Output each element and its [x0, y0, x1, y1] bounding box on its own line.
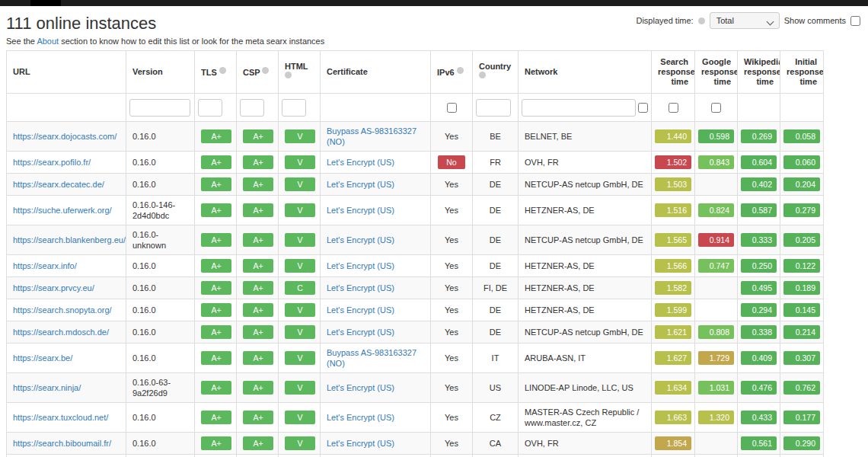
url-link[interactable]: https://searx.prvcy.eu/	[13, 283, 94, 292]
csp-grade-badge[interactable]: A+	[243, 303, 273, 317]
response-time-badge: 1.440	[655, 129, 691, 143]
table-header-row: URLVersionTLS CSP HTML CertificateIPv6 C…	[7, 51, 824, 94]
url-link[interactable]: https://searx.info/	[13, 261, 77, 270]
csp-grade-badge[interactable]: A+	[243, 381, 273, 395]
tls-grade-badge[interactable]: A+	[201, 203, 231, 217]
filter-input-version[interactable]	[129, 99, 190, 117]
ipv6-cell: Yes	[431, 321, 473, 344]
filter-cell-wikipedia-response-time	[738, 94, 780, 122]
column-header-url: URL	[7, 51, 126, 94]
url-link[interactable]: https://search.biboumail.fr/	[13, 439, 111, 448]
filter-input-country[interactable]	[476, 99, 511, 117]
csp-grade-badge[interactable]: A+	[243, 411, 273, 424]
url-link[interactable]: https://searx.pofilo.fr/	[13, 158, 91, 167]
filter-checkbox-network[interactable]	[638, 103, 648, 113]
column-header-google-response-time: Google response time	[695, 51, 738, 94]
filter-cell-google-response-time	[695, 94, 738, 122]
url-link[interactable]: https://suche.uferwerk.org/	[13, 206, 112, 215]
info-icon[interactable]	[457, 67, 464, 74]
url-link[interactable]: https://searx.be/	[13, 353, 72, 363]
version-cell: 0.16.0	[126, 174, 195, 196]
html-grade-badge[interactable]: V	[285, 129, 315, 143]
csp-grade-badge[interactable]: A+	[243, 203, 273, 217]
column-header-csp: CSP	[237, 51, 279, 94]
url-link[interactable]: https://searx.decatec.de/	[13, 180, 104, 189]
html-grade-badge[interactable]: V	[285, 436, 315, 450]
csp-grade-badge[interactable]: A+	[243, 351, 273, 365]
tls-grade-badge[interactable]: A+	[201, 436, 231, 450]
html-grade-badge[interactable]: V	[285, 155, 315, 169]
show-comments-checkbox[interactable]	[850, 16, 860, 26]
html-cell: V	[279, 433, 321, 455]
filter-checkbox-ipv6[interactable]	[447, 103, 457, 113]
certificate-link[interactable]: Let's Encrypt (US)	[327, 283, 394, 292]
html-grade-badge[interactable]: V	[285, 411, 315, 424]
html-grade-badge[interactable]: V	[285, 203, 315, 217]
tls-grade-badge[interactable]: A+	[201, 281, 231, 295]
filter-checkbox-google-response-time[interactable]	[711, 103, 721, 113]
url-link[interactable]: https://search.blankenberg.eu/	[13, 235, 126, 244]
csp-grade-badge[interactable]: A+	[243, 177, 273, 191]
filter-checkbox-search-response-time[interactable]	[669, 103, 678, 113]
certificate-link[interactable]: Let's Encrypt (US)	[327, 180, 394, 189]
info-icon[interactable]	[219, 67, 226, 74]
info-icon[interactable]	[285, 72, 292, 78]
html-grade-badge[interactable]: V	[285, 177, 315, 191]
certificate-link[interactable]: Let's Encrypt (US)	[327, 235, 394, 244]
filter-cell-html	[279, 94, 321, 122]
version-cell: 0.16.0	[126, 433, 195, 455]
url-link[interactable]: https://searx.dojocasts.com/	[13, 132, 116, 141]
html-grade-badge[interactable]: V	[285, 381, 315, 395]
column-header-country: Country	[473, 51, 519, 94]
about-link[interactable]: About	[37, 37, 59, 46]
html-grade-badge[interactable]: V	[285, 259, 315, 273]
tls-grade-badge[interactable]: A+	[201, 325, 231, 339]
displayed-time-select[interactable]: Total	[710, 12, 780, 29]
csp-grade-badge[interactable]: A+	[243, 325, 273, 339]
url-link[interactable]: https://search.mdosch.de/	[13, 328, 109, 337]
html-grade-badge[interactable]: C	[285, 281, 315, 295]
certificate-link[interactable]: Let's Encrypt (US)	[327, 328, 394, 337]
tls-grade-badge[interactable]: A+	[201, 259, 231, 273]
displayed-time-label: Displayed time:	[636, 16, 693, 25]
certificate-link[interactable]: Buypass AS-983163327 (NO)	[327, 348, 416, 368]
tls-grade-badge[interactable]: A+	[201, 233, 231, 247]
certificate-link[interactable]: Let's Encrypt (US)	[327, 261, 394, 270]
html-grade-badge[interactable]: V	[285, 325, 315, 339]
tls-grade-badge[interactable]: A+	[201, 155, 231, 169]
csp-grade-badge[interactable]: A+	[243, 129, 273, 143]
csp-grade-badge[interactable]: A+	[243, 259, 273, 273]
html-grade-badge[interactable]: V	[285, 233, 315, 247]
url-link[interactable]: https://searx.ninja/	[13, 383, 81, 392]
filter-input-html[interactable]	[282, 99, 306, 117]
filter-input-network[interactable]	[522, 99, 636, 117]
certificate-link[interactable]: Let's Encrypt (US)	[327, 439, 394, 448]
url-link[interactable]: https://search.snopyta.org/	[13, 305, 112, 315]
html-grade-badge[interactable]: V	[285, 303, 315, 317]
html-grade-badge[interactable]: V	[285, 351, 315, 365]
filter-input-tls[interactable]	[198, 99, 222, 117]
tls-grade-badge[interactable]: A+	[201, 129, 231, 143]
html-cell: V	[279, 299, 321, 321]
csp-grade-badge[interactable]: A+	[243, 155, 273, 169]
tls-grade-badge[interactable]: A+	[201, 381, 231, 395]
certificate-link[interactable]: Let's Encrypt (US)	[327, 305, 394, 315]
csp-grade-badge[interactable]: A+	[243, 281, 273, 295]
certificate-link[interactable]: Let's Encrypt (US)	[327, 206, 394, 215]
certificate-link[interactable]: Let's Encrypt (US)	[327, 158, 394, 167]
tls-grade-badge[interactable]: A+	[201, 411, 231, 424]
filter-input-csp[interactable]	[240, 99, 264, 117]
certificate-link[interactable]: Let's Encrypt (US)	[327, 383, 394, 392]
info-icon[interactable]	[698, 18, 705, 24]
info-icon[interactable]	[479, 72, 486, 78]
csp-grade-badge[interactable]: A+	[243, 436, 273, 450]
csp-grade-badge[interactable]: A+	[243, 233, 273, 247]
info-icon[interactable]	[262, 67, 269, 74]
tls-grade-badge[interactable]: A+	[201, 351, 231, 365]
tls-grade-badge[interactable]: A+	[201, 303, 231, 317]
certificate-link[interactable]: Let's Encrypt (US)	[327, 413, 394, 422]
csp-cell: A+	[237, 299, 279, 321]
tls-grade-badge[interactable]: A+	[201, 177, 231, 191]
url-link[interactable]: https://searx.tuxcloud.net/	[13, 413, 108, 422]
certificate-link[interactable]: Buypass AS-983163327 (NO)	[327, 126, 416, 146]
